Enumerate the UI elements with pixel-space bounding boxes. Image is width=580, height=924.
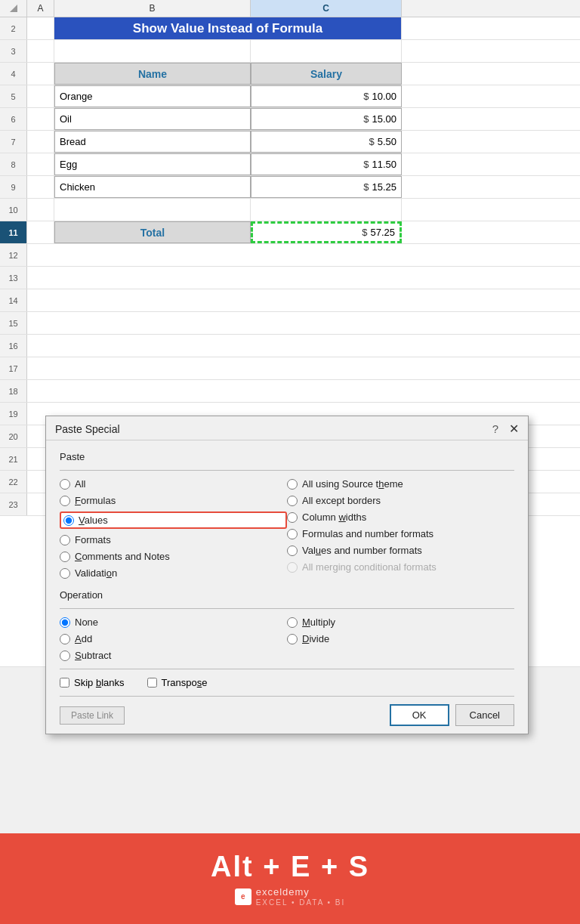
cell-a3 bbox=[27, 40, 54, 62]
radio-borders-label: All except borders bbox=[302, 495, 381, 506]
cell-c11-total[interactable]: $57.25 bbox=[251, 221, 402, 243]
radio-formats-label: Formats bbox=[75, 534, 111, 545]
radio-formulas[interactable]: Formulas bbox=[60, 495, 287, 506]
row-2: 2 Show Value Instead of Formula bbox=[0, 17, 580, 40]
cell-b2-title: Show Value Instead of Formula bbox=[54, 17, 402, 39]
cell-c5[interactable]: $10.00 bbox=[251, 85, 402, 107]
radio-divide-label: Divide bbox=[302, 633, 329, 644]
dialog-help-button[interactable]: ? bbox=[492, 422, 498, 435]
row-4: 4 Name Salary bbox=[0, 63, 580, 85]
cell-b3 bbox=[54, 40, 251, 62]
radio-divide-input[interactable] bbox=[287, 634, 298, 644]
skip-blanks-option[interactable]: Skip blanks bbox=[60, 677, 125, 688]
radio-all-except-borders[interactable]: All except borders bbox=[287, 495, 514, 506]
radio-none-input[interactable] bbox=[60, 617, 70, 628]
operation-col-right: Multiply Divide bbox=[287, 617, 514, 661]
radio-comments-notes[interactable]: Comments and Notes bbox=[60, 551, 287, 562]
radio-validation-input[interactable] bbox=[60, 568, 70, 579]
radio-all[interactable]: All bbox=[60, 478, 287, 490]
cell-b6[interactable]: Oil bbox=[54, 108, 251, 130]
dialog-close-button[interactable]: ✕ bbox=[509, 423, 519, 435]
cell-c10 bbox=[251, 199, 402, 221]
ok-cancel-group: OK Cancel bbox=[390, 704, 514, 726]
dialog-body: Paste All Formulas Values Fo bbox=[46, 440, 528, 734]
radio-comments-input[interactable] bbox=[60, 552, 70, 562]
row-10: 10 bbox=[0, 199, 580, 221]
cell-b5[interactable]: Orange bbox=[54, 85, 251, 107]
radio-all-source-theme[interactable]: All using Source theme bbox=[287, 478, 514, 490]
row-num-18: 18 bbox=[0, 380, 27, 402]
dialog-title: Paste Special bbox=[55, 423, 120, 435]
transpose-checkbox[interactable] bbox=[147, 678, 157, 688]
radio-all-input[interactable] bbox=[60, 479, 70, 490]
radio-all-merging: All merging conditional formats bbox=[287, 561, 514, 573]
radio-borders-input[interactable] bbox=[287, 496, 298, 506]
skip-blanks-checkbox[interactable] bbox=[60, 678, 69, 688]
radio-formats[interactable]: Formats bbox=[60, 534, 287, 545]
row-8: 8 Egg $11.50 bbox=[0, 153, 580, 176]
radio-subtract[interactable]: Subtract bbox=[60, 650, 287, 661]
radio-all-source-input[interactable] bbox=[287, 479, 298, 490]
row-num-21: 21 bbox=[0, 448, 27, 470]
cell-a2 bbox=[27, 17, 54, 39]
cell-b9[interactable]: Chicken bbox=[54, 176, 251, 198]
row-5: 5 Orange $10.00 bbox=[0, 85, 580, 108]
cell-c6[interactable]: $15.00 bbox=[251, 108, 402, 130]
radio-widths-label: Column widths bbox=[302, 511, 366, 523]
radio-comments-label: Comments and Notes bbox=[75, 551, 170, 562]
cell-c7[interactable]: $5.50 bbox=[251, 131, 402, 153]
brand-icon: e bbox=[235, 888, 251, 905]
row-num-17: 17 bbox=[0, 357, 27, 379]
radio-column-widths[interactable]: Column widths bbox=[287, 511, 514, 523]
radio-subtract-input[interactable] bbox=[60, 651, 70, 661]
column-headers: A B C bbox=[0, 0, 580, 17]
transpose-option[interactable]: Transpose bbox=[147, 677, 208, 688]
paste-link-button: Paste Link bbox=[60, 706, 125, 725]
cell-c4-header: Salary bbox=[251, 63, 402, 85]
row-num-23: 23 bbox=[0, 493, 27, 515]
radio-multiply[interactable]: Multiply bbox=[287, 617, 514, 628]
cell-c3 bbox=[251, 40, 402, 62]
row-num-7: 7 bbox=[0, 131, 27, 153]
radio-validation[interactable]: Validation bbox=[60, 567, 287, 579]
row-num-12: 12 bbox=[0, 244, 27, 266]
radio-widths-input[interactable] bbox=[287, 512, 298, 523]
radio-add[interactable]: Add bbox=[60, 633, 287, 644]
cell-a7 bbox=[27, 131, 54, 153]
row-num-4: 4 bbox=[0, 63, 27, 85]
radio-formats-input[interactable] bbox=[60, 535, 70, 545]
row-num-3: 3 bbox=[0, 40, 27, 62]
radio-values-input[interactable] bbox=[63, 515, 74, 526]
brand-name: exceldemy bbox=[256, 886, 346, 898]
cell-b8[interactable]: Egg bbox=[54, 153, 251, 175]
cell-c8[interactable]: $11.50 bbox=[251, 153, 402, 175]
radio-values-number[interactable]: Values and number formats bbox=[287, 545, 514, 556]
cancel-button[interactable]: Cancel bbox=[455, 704, 514, 726]
radio-formulas-input[interactable] bbox=[60, 496, 70, 506]
svg-marker-0 bbox=[10, 5, 17, 12]
radio-multiply-input[interactable] bbox=[287, 617, 298, 628]
dialog-buttons: Paste Link OK Cancel bbox=[60, 704, 514, 726]
radio-values-num-input[interactable] bbox=[287, 545, 298, 556]
radio-formulas-label: Formulas bbox=[75, 495, 116, 506]
cell-b11-total[interactable]: Total bbox=[54, 221, 251, 243]
ok-button[interactable]: OK bbox=[390, 704, 449, 726]
row-num-22: 22 bbox=[0, 471, 27, 493]
cell-b4-header: Name bbox=[54, 63, 251, 85]
radio-values[interactable]: Values bbox=[60, 511, 287, 529]
radio-none[interactable]: None bbox=[60, 617, 287, 628]
bottom-divider bbox=[60, 696, 514, 697]
col-header-a: A bbox=[27, 0, 54, 17]
brand-sub: EXCEL • DATA • BI bbox=[256, 898, 346, 907]
row-num-6: 6 bbox=[0, 108, 27, 130]
cell-b7[interactable]: Bread bbox=[54, 131, 251, 153]
cell-c9[interactable]: $15.25 bbox=[251, 176, 402, 198]
radio-add-input[interactable] bbox=[60, 634, 70, 644]
radio-formulas-num-input[interactable] bbox=[287, 529, 298, 539]
radio-validation-label: Validation bbox=[75, 567, 117, 579]
cell-a4 bbox=[27, 63, 54, 85]
radio-divide[interactable]: Divide bbox=[287, 633, 514, 644]
paste-divider bbox=[60, 470, 514, 471]
cell-a10 bbox=[27, 199, 54, 221]
radio-formulas-number[interactable]: Formulas and number formats bbox=[287, 528, 514, 539]
